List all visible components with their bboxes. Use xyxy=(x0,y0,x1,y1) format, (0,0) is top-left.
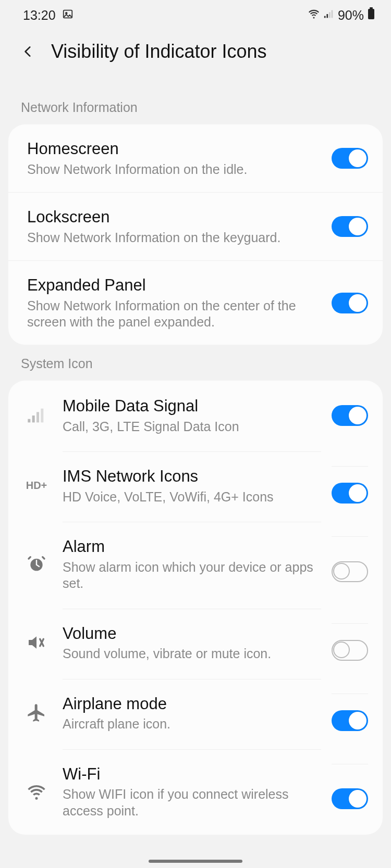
row-title: Expanded Panel xyxy=(27,275,321,296)
row-mobile-data[interactable]: Mobile Data Signal Call, 3G, LTE Signal … xyxy=(8,381,383,450)
row-airplane[interactable]: Airplane mode Aircraft plane icon. xyxy=(8,678,383,748)
section-label-network: Network Information xyxy=(0,89,391,124)
signal-icon xyxy=(21,405,52,426)
cell-status-icon xyxy=(323,8,335,23)
battery-percent: 90% xyxy=(338,8,364,23)
toggle-volume[interactable] xyxy=(332,640,368,661)
volume-mute-icon xyxy=(21,632,52,653)
row-title: Wi-Fi xyxy=(63,764,321,785)
svg-point-1 xyxy=(65,12,67,14)
row-title: Lockscreen xyxy=(27,207,321,228)
alarm-icon xyxy=(21,553,52,574)
row-sub: Aircraft plane icon. xyxy=(63,716,321,732)
row-expanded-panel[interactable]: Expanded Panel Show Network Information … xyxy=(8,260,383,345)
airplane-icon xyxy=(21,702,52,723)
row-sub: HD Voice, VoLTE, VoWifi, 4G+ Icons xyxy=(63,489,321,505)
svg-rect-6 xyxy=(370,7,373,9)
page-header: Visibility of Indicator Icons xyxy=(0,28,391,89)
wifi-status-icon xyxy=(308,7,320,23)
svg-rect-8 xyxy=(28,419,30,423)
network-card: Homescreen Show Network Information on t… xyxy=(8,124,383,345)
row-ims[interactable]: HD+ IMS Network Icons HD Voice, VoLTE, V… xyxy=(8,450,383,521)
svg-rect-11 xyxy=(41,409,43,423)
toggle-homescreen[interactable] xyxy=(332,148,368,169)
svg-rect-7 xyxy=(368,9,374,19)
home-indicator[interactable] xyxy=(149,860,242,863)
row-lockscreen[interactable]: Lockscreen Show Network Information on t… xyxy=(8,192,383,260)
toggle-airplane[interactable] xyxy=(332,710,368,731)
section-label-system: System Icon xyxy=(0,345,391,381)
svg-rect-4 xyxy=(329,12,331,18)
row-sub: Show alarm icon which your device or app… xyxy=(63,559,321,592)
picture-icon xyxy=(62,8,74,23)
status-time: 13:20 xyxy=(23,8,56,23)
row-wifi[interactable]: Wi-Fi Show WIFI icon if you connect wire… xyxy=(8,748,383,835)
system-card: Mobile Data Signal Call, 3G, LTE Signal … xyxy=(8,381,383,835)
status-bar: 13:20 90% xyxy=(0,0,391,28)
row-sub: Call, 3G, LTE Signal Data Icon xyxy=(63,419,321,435)
page-title: Visibility of Indicator Icons xyxy=(51,41,267,62)
row-sub: Show Network Information on the center o… xyxy=(27,298,321,331)
toggle-lockscreen[interactable] xyxy=(332,216,368,237)
row-title: IMS Network Icons xyxy=(63,467,321,487)
back-button[interactable] xyxy=(21,44,35,59)
row-title: Alarm xyxy=(63,537,321,557)
svg-rect-5 xyxy=(332,10,333,18)
toggle-expanded-panel[interactable] xyxy=(332,293,368,313)
hdplus-icon: HD+ xyxy=(21,480,52,492)
row-sub: Show WIFI icon if you connect wireless a… xyxy=(63,786,321,819)
row-volume[interactable]: Volume Sound volume, vibrate or mute ico… xyxy=(8,608,383,678)
toggle-alarm[interactable] xyxy=(332,561,368,582)
svg-rect-10 xyxy=(36,412,39,423)
svg-rect-9 xyxy=(32,416,35,422)
row-title: Homescreen xyxy=(27,139,321,159)
svg-rect-2 xyxy=(324,16,326,18)
svg-rect-3 xyxy=(326,14,328,18)
row-sub: Show Network Information on the idle. xyxy=(27,161,321,178)
toggle-wifi[interactable] xyxy=(332,788,368,809)
battery-icon xyxy=(367,7,375,23)
row-sub: Sound volume, vibrate or mute icon. xyxy=(63,646,321,662)
toggle-ims[interactable] xyxy=(332,483,368,504)
row-homescreen[interactable]: Homescreen Show Network Information on t… xyxy=(8,124,383,192)
toggle-mobile-data[interactable] xyxy=(332,405,368,426)
row-alarm[interactable]: Alarm Show alarm icon which your device … xyxy=(8,521,383,607)
wifi-icon xyxy=(21,781,52,802)
row-title: Mobile Data Signal xyxy=(63,396,321,417)
row-sub: Show Network Information on the keyguard… xyxy=(27,230,321,246)
row-title: Volume xyxy=(63,624,321,644)
row-title: Airplane mode xyxy=(63,694,321,714)
